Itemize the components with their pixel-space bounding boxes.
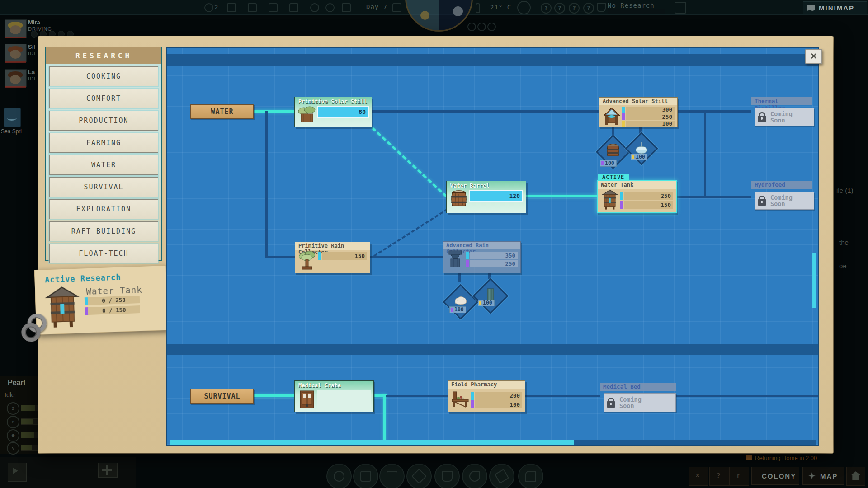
map-button[interactable]: MAP (802, 467, 844, 485)
weather-icon (517, 1, 531, 14)
inspect-overlay-button[interactable]: ? (709, 467, 729, 486)
node-water-barrel[interactable]: Water Barrel 120 (446, 181, 526, 213)
node-water-tank[interactable]: ACTIVE Water Tank 250 150 (597, 180, 677, 213)
colony-button[interactable]: COLONY (751, 467, 799, 485)
active-research-progress-row: 0 / 250 (85, 296, 140, 305)
link-dashed-solar-barrel (372, 127, 448, 197)
research-point-chip (620, 192, 623, 200)
background-text-fragment: the (839, 239, 849, 246)
resource-pile-icon[interactable] (342, 3, 351, 12)
unit-name: Pearl (8, 379, 25, 387)
node-medical-bed[interactable]: Coming Soon (604, 393, 676, 412)
crew-portrait-mira[interactable] (5, 19, 27, 38)
fast-forward-button[interactable] (487, 23, 496, 31)
calendar-icon[interactable] (392, 3, 401, 12)
node-thermal-distiller[interactable]: Coming Soon (755, 108, 814, 126)
link-pharmacy-bed (525, 395, 600, 397)
colony-label: COLONY (762, 472, 796, 480)
horizontal-scrollbar-track[interactable] (170, 440, 816, 445)
node-primitive-rain-collector[interactable]: Primitive Rain Collector 150 (295, 242, 370, 273)
resource-cost-label: 100 (600, 160, 617, 167)
compass-icon (808, 472, 816, 479)
resource-chip (601, 161, 604, 165)
category-raft-building[interactable]: RAFT BUILDING (49, 221, 158, 241)
drop-icon (469, 471, 480, 482)
research-sidebar: RESEARCH COOKING COMFORT PRODUCTION FARM… (45, 47, 162, 261)
crew-status: IDL (28, 76, 37, 81)
node-title: Water Barrel (447, 181, 526, 189)
pause-button[interactable] (467, 23, 476, 31)
cost-value: 350 (470, 252, 518, 259)
node-primitive-solar-still[interactable]: Primitive Solar Still 80 (294, 97, 372, 127)
water-build-button[interactable] (462, 464, 487, 488)
minimap-button[interactable]: MINIMAP (803, 1, 867, 14)
resource-cost: 100 (604, 160, 616, 166)
raft-icon[interactable] (227, 3, 236, 12)
node-field-pharmacy[interactable]: Field Pharmacy 200 100 (448, 380, 525, 412)
health-icon[interactable] (310, 3, 319, 12)
category-float-tech[interactable]: FLOAT-TECH (49, 244, 158, 263)
resource-cost: 100 (635, 154, 647, 160)
progress-value: 0 / 150 (88, 305, 141, 315)
unknown-forecast-icon: ? (554, 3, 565, 14)
node-advanced-rain-collector[interactable]: Advanced Rain Collector 350 250 (443, 241, 521, 273)
water-drop-icon[interactable] (326, 3, 335, 12)
lock-icon (607, 401, 615, 408)
category-water[interactable]: WATER (49, 155, 158, 175)
link-stub (458, 273, 461, 282)
active-research-progress-row: 0 / 150 (85, 305, 141, 315)
link-vertical (265, 111, 268, 258)
repair-overlay-button[interactable]: r (729, 467, 749, 486)
category-exploration[interactable]: EXPLORATION (49, 199, 158, 219)
journal-icon[interactable] (675, 2, 686, 14)
funnel-icon (387, 471, 397, 482)
food-need-icon: × (7, 416, 19, 428)
home-button[interactable] (846, 467, 865, 486)
demolish-tool-button[interactable] (98, 463, 118, 478)
category-comfort[interactable]: COMFORT (49, 89, 158, 108)
node-medical-crate[interactable]: Medical Crate (294, 380, 374, 412)
raft-icon (360, 471, 371, 482)
background-text-fragment: ile (1) (836, 187, 854, 194)
node-advanced-solar-still[interactable]: Advanced Solar Still 300 250 100 (599, 97, 678, 127)
close-button[interactable]: × (805, 49, 822, 64)
cooking-pot-icon[interactable] (289, 3, 298, 12)
research-window: RESEARCH COOKING COMFORT PRODUCTION FARM… (38, 36, 833, 453)
progress-value: 0 / 250 (88, 296, 140, 305)
flag-tool-button[interactable] (8, 463, 27, 482)
cooking-build-button[interactable] (434, 464, 460, 488)
node-hydrofeed[interactable]: Coming Soon (755, 192, 814, 210)
production-build-button[interactable] (379, 464, 405, 488)
raft-build-button[interactable] (353, 464, 378, 488)
row-label-water: WATER (190, 104, 254, 119)
research-point-chip (622, 121, 625, 127)
horizontal-scrollbar-thumb[interactable] (170, 440, 574, 445)
floattech-badge-button[interactable] (326, 464, 352, 488)
category-production[interactable]: PRODUCTION (49, 111, 158, 131)
unknown-forecast-icon: ? (541, 3, 552, 14)
crew-portrait-third[interactable] (5, 69, 27, 87)
pharmacy-table-icon (450, 389, 471, 409)
needs-overlay-button[interactable]: × (689, 467, 708, 486)
solar-still-icon (297, 106, 317, 124)
vehicle-tile[interactable] (4, 108, 21, 127)
coming-soon-label: Coming Soon (619, 396, 647, 409)
crew-portrait-silas[interactable] (5, 44, 27, 62)
water-tank-icon (599, 189, 620, 210)
category-farming[interactable]: FARMING (49, 133, 158, 153)
craft-icon[interactable] (269, 3, 278, 12)
production-icon[interactable] (248, 3, 257, 12)
flag-icon (13, 468, 18, 474)
moon-icon (453, 6, 463, 16)
research-build-button[interactable] (518, 464, 543, 488)
cost-value: 100 (626, 121, 675, 127)
trowel-icon (495, 469, 509, 484)
resource-cost-label: 100 (478, 300, 495, 306)
play-button[interactable] (477, 23, 486, 31)
vertical-scrollbar[interactable] (812, 253, 816, 308)
farming-build-button[interactable] (489, 464, 514, 488)
category-cooking[interactable]: COOKING (49, 66, 158, 86)
crafting-build-button[interactable] (406, 464, 432, 488)
category-survival[interactable]: SURVIVAL (49, 177, 158, 197)
research-tree-canvas[interactable]: WATER SURVIVAL Primitive Solar Still 80 (166, 47, 819, 446)
